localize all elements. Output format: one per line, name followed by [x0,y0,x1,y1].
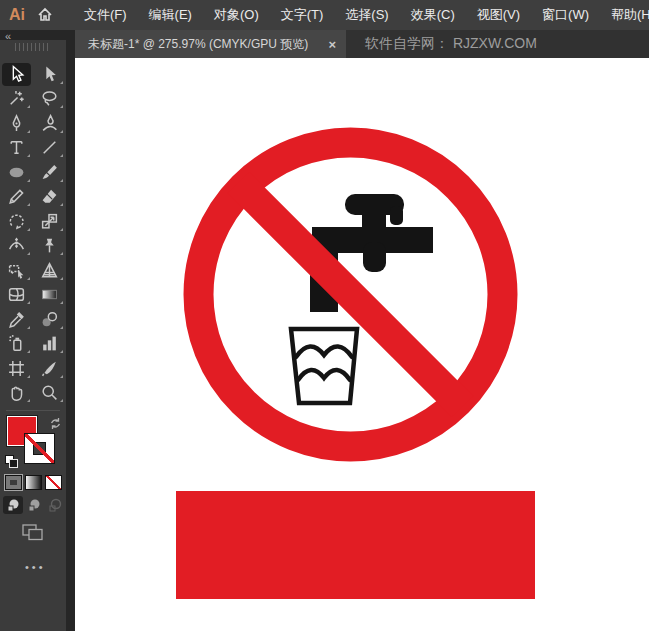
selection-tool[interactable] [2,63,31,86]
menubar: Ai 文件(F) 编辑(E) 对象(O) 文字(T) 选择(S) 效果(C) 视… [0,0,649,30]
shape-builder-tool[interactable] [0,258,33,283]
stroke-swatch[interactable] [24,433,55,464]
panel-gutter [66,58,75,631]
lasso-tool[interactable] [33,87,66,112]
artboard-tool[interactable] [0,356,33,381]
stroke-none-indicator [25,434,54,463]
mesh-tool[interactable] [0,283,33,308]
pencil-tool[interactable] [0,185,33,210]
tools-grid [0,58,66,405]
direct-selection-tool[interactable] [33,62,66,87]
illustrator-logo[interactable]: Ai [0,6,35,24]
tools-panel: ••• [0,58,66,631]
draw-normal-button[interactable] [3,496,23,514]
puppet-warp-tool[interactable] [33,234,66,259]
panel-grip[interactable] [0,40,66,58]
panel-corner: « [0,30,75,58]
home-icon[interactable] [35,7,63,23]
document-tab-title: 未标题-1* @ 275.97% (CMYK/GPU 预览) [88,36,320,53]
color-mode-buttons [0,472,66,490]
column-graph-tool[interactable] [33,332,66,357]
none-button[interactable] [45,475,62,490]
color-button[interactable] [5,475,22,490]
ellipse-tool[interactable] [0,160,33,185]
watermark-text: 软件自学网： RJZXW.COM [365,30,537,58]
toolbar-divider [6,410,60,411]
type-tool[interactable] [0,136,33,161]
draw-inside-button[interactable] [45,496,65,514]
symbol-sprayer-tool[interactable] [0,332,33,357]
document-tab[interactable]: 未标题-1* @ 275.97% (CMYK/GPU 预览) × [75,30,346,58]
illustrator-window: Ai 文件(F) 编辑(E) 对象(O) 文字(T) 选择(S) 效果(C) 视… [0,0,649,631]
menu-help[interactable]: 帮助(H) [600,6,649,24]
line-segment-tool[interactable] [33,136,66,161]
magic-wand-tool[interactable] [0,87,33,112]
perspective-grid-tool[interactable] [33,258,66,283]
artboard-canvas[interactable] [75,58,649,631]
gradient-tool[interactable] [33,283,66,308]
red-rectangle[interactable] [176,491,535,599]
curvature-tool[interactable] [33,111,66,136]
swap-fill-stroke-icon[interactable] [49,416,62,434]
menu-file[interactable]: 文件(F) [73,6,138,24]
menu-view[interactable]: 视图(V) [466,6,531,24]
eyedropper-tool[interactable] [0,307,33,332]
zoom-tool[interactable] [33,381,66,406]
draw-mode-buttons [0,490,66,514]
edit-toolbar-button[interactable]: ••• [25,561,66,573]
menu-window[interactable]: 窗口(W) [531,6,600,24]
fill-stroke-widget [0,414,66,472]
blend-tool[interactable] [33,307,66,332]
eraser-tool[interactable] [33,185,66,210]
hand-tool[interactable] [0,381,33,406]
document-tab-bar: « 未标题-1* @ 275.97% (CMYK/GPU 预览) × 软件自学网… [0,30,649,58]
width-tool[interactable] [0,234,33,259]
default-fill-stroke-icon[interactable] [5,455,19,469]
screen-mode-button[interactable] [22,524,66,545]
scale-tool[interactable] [33,209,66,234]
rotate-tool[interactable] [0,209,33,234]
menu-object[interactable]: 对象(O) [203,6,270,24]
tab-close-icon[interactable]: × [320,37,336,52]
menu-edit[interactable]: 编辑(E) [138,6,203,24]
pen-tool[interactable] [0,111,33,136]
paintbrush-tool[interactable] [33,160,66,185]
menu-list: 文件(F) 编辑(E) 对象(O) 文字(T) 选择(S) 效果(C) 视图(V… [73,6,649,24]
water-cup[interactable] [291,329,357,403]
no-drinking-water-sign [75,58,649,631]
draw-behind-button[interactable] [24,496,44,514]
slice-tool[interactable] [33,356,66,381]
gradient-button[interactable] [25,475,42,490]
menu-effect[interactable]: 效果(C) [400,6,466,24]
menu-select[interactable]: 选择(S) [334,6,399,24]
menu-type[interactable]: 文字(T) [270,6,335,24]
